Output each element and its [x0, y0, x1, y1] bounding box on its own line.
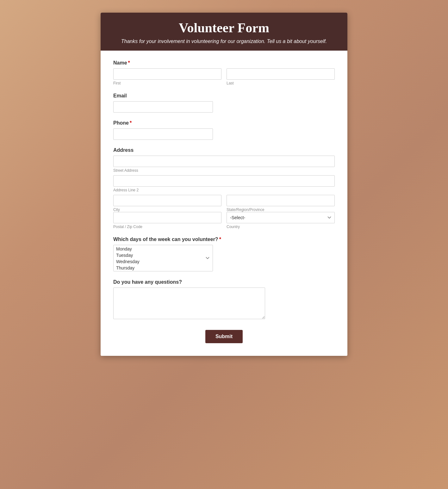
name-field-group: Name* First Last	[113, 60, 335, 85]
email-label: Email	[113, 93, 335, 99]
first-name-input[interactable]	[113, 68, 221, 80]
state-col: State/Region/Province	[227, 195, 335, 212]
form-container: Volunteer Form Thanks for your involveme…	[101, 13, 347, 356]
email-input[interactable]	[113, 101, 213, 113]
phone-required: *	[130, 120, 132, 126]
street-address-input[interactable]	[113, 156, 335, 167]
days-listbox[interactable]: Monday Tuesday Wednesday Thursday Friday…	[113, 245, 213, 271]
days-field-group: Which days of the week can you volunteer…	[113, 237, 335, 272]
country-select[interactable]: -Select- United States Canada United Kin…	[227, 212, 335, 223]
zip-col: Postal / Zip Code	[113, 212, 221, 229]
state-sublabel: State/Region/Province	[227, 207, 335, 212]
street-sublabel: Street Address	[113, 168, 335, 173]
day-friday[interactable]: Friday	[114, 271, 212, 271]
phone-field-group: Phone*	[113, 120, 335, 140]
submit-area: Submit	[113, 330, 335, 343]
city-col: City	[113, 195, 221, 212]
day-wednesday[interactable]: Wednesday	[114, 258, 212, 265]
line2-sublabel: Address Line 2	[113, 188, 335, 192]
email-field-group: Email	[113, 93, 335, 113]
country-sublabel: Country	[227, 225, 335, 229]
name-required: *	[128, 60, 130, 65]
address-line2-input[interactable]	[113, 175, 335, 187]
zip-country-row: Postal / Zip Code -Select- United States…	[113, 212, 335, 229]
country-select-wrapper: -Select- United States Canada United Kin…	[227, 212, 335, 223]
first-name-col: First	[113, 68, 221, 85]
phone-label: Phone*	[113, 120, 335, 126]
questions-textarea[interactable]	[113, 288, 265, 319]
last-name-input[interactable]	[227, 68, 335, 80]
last-name-sublabel: Last	[227, 81, 335, 85]
street-address-row: Street Address	[113, 156, 335, 173]
day-monday[interactable]: Monday	[114, 246, 212, 252]
days-required: *	[219, 237, 221, 242]
submit-button[interactable]: Submit	[205, 330, 243, 343]
address-field-group: Address Street Address Address Line 2 Ci…	[113, 147, 335, 229]
form-title: Volunteer Form	[113, 20, 335, 35]
address-label: Address	[113, 147, 335, 153]
form-header: Volunteer Form Thanks for your involveme…	[101, 13, 347, 51]
name-field-row: First Last	[113, 68, 335, 85]
city-state-row: City State/Region/Province	[113, 195, 335, 212]
last-name-col: Last	[227, 68, 335, 85]
state-input[interactable]	[227, 195, 335, 206]
country-col: -Select- United States Canada United Kin…	[227, 212, 335, 229]
city-sublabel: City	[113, 207, 221, 212]
questions-label: Do you have any questions?	[113, 279, 335, 285]
form-body: Name* First Last Email Phone*	[101, 51, 347, 356]
phone-input[interactable]	[113, 128, 213, 140]
name-label: Name*	[113, 60, 335, 66]
form-subtitle: Thanks for your involvement in volunteer…	[113, 39, 335, 44]
days-label: Which days of the week can you volunteer…	[113, 237, 335, 242]
first-name-sublabel: First	[113, 81, 221, 85]
day-tuesday[interactable]: Tuesday	[114, 252, 212, 258]
questions-field-group: Do you have any questions?	[113, 279, 335, 320]
day-thursday[interactable]: Thursday	[114, 265, 212, 271]
city-input[interactable]	[113, 195, 221, 206]
zip-input[interactable]	[113, 212, 221, 223]
address-line2-row: Address Line 2	[113, 175, 335, 192]
zip-sublabel: Postal / Zip Code	[113, 225, 221, 229]
